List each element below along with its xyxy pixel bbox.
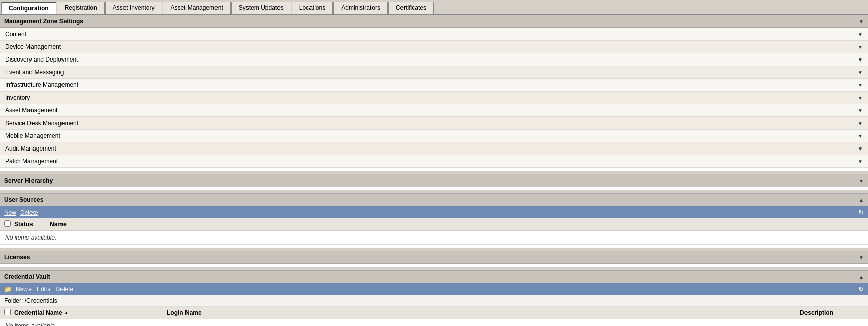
cred-no-items-message: No items available. bbox=[0, 319, 868, 326]
row-label: Content bbox=[5, 31, 26, 38]
new-button[interactable]: New bbox=[4, 209, 16, 216]
row-label: Discovery and Deployment bbox=[5, 56, 78, 63]
management-zone-chevron-icon: ▼ bbox=[859, 19, 864, 24]
server-hierarchy-header[interactable]: Server Hierarchy ▼ bbox=[0, 174, 868, 187]
edit-dropdown-arrow-icon: ▼ bbox=[47, 287, 52, 292]
toolbar-left: New Delete bbox=[4, 209, 38, 216]
cred-refresh-icon[interactable]: ↻ bbox=[858, 285, 864, 293]
management-zone-title: Management Zone Settings bbox=[4, 18, 83, 25]
list-item[interactable]: Service Desk Management ▼ bbox=[0, 117, 868, 130]
refresh-icon[interactable]: ↻ bbox=[858, 209, 864, 216]
row-chevron-icon: ▼ bbox=[858, 121, 863, 126]
row-label: Mobile Management bbox=[5, 132, 60, 139]
select-all-checkbox[interactable] bbox=[4, 220, 11, 227]
row-chevron-icon: ▼ bbox=[858, 108, 863, 113]
row-chevron-icon: ▼ bbox=[858, 44, 863, 50]
server-hierarchy-chevron-icon: ▼ bbox=[859, 178, 864, 184]
credential-name-column-header: Credential Name bbox=[14, 309, 63, 316]
row-chevron-icon: ▼ bbox=[858, 133, 863, 139]
row-chevron-icon: ▼ bbox=[858, 146, 863, 152]
list-item[interactable]: Asset Management ▼ bbox=[0, 104, 868, 117]
user-sources-section: User Sources ▲ New Delete ↻ Status Name … bbox=[0, 193, 868, 245]
tab-administrators[interactable]: Administrators bbox=[333, 2, 388, 14]
cred-edit-button[interactable]: Edit▼ bbox=[37, 286, 52, 293]
row-chevron-icon: ▼ bbox=[858, 57, 863, 63]
cred-new-label: New bbox=[16, 286, 28, 293]
list-item[interactable]: Audit Management ▼ bbox=[0, 142, 868, 155]
user-sources-toolbar: New Delete ↻ bbox=[0, 206, 868, 218]
status-column-header: Status bbox=[14, 221, 50, 228]
cred-table-header-row: Credential Name ▲ Login Name Description bbox=[0, 307, 868, 319]
server-hierarchy-section: Server Hierarchy ▼ bbox=[0, 174, 868, 187]
tab-registration[interactable]: Registration bbox=[57, 2, 105, 14]
list-item[interactable]: Device Management ▼ bbox=[0, 41, 868, 53]
dropdown-arrow-icon: ▼ bbox=[28, 287, 33, 292]
cred-delete-button[interactable]: Delete bbox=[56, 286, 74, 293]
credential-vault-header[interactable]: Credential Vault ▲ bbox=[0, 270, 868, 283]
row-label: Event and Messaging bbox=[5, 69, 64, 76]
management-zone-header[interactable]: Management Zone Settings ▼ bbox=[0, 15, 868, 28]
list-item[interactable]: Mobile Management ▼ bbox=[0, 130, 868, 142]
row-label: Patch Management bbox=[5, 158, 58, 165]
list-item[interactable]: Event and Messaging ▼ bbox=[0, 66, 868, 79]
tab-certificates[interactable]: Certificates bbox=[388, 2, 434, 14]
edit-btn-group: Edit▼ bbox=[37, 286, 52, 293]
list-item[interactable]: Discovery and Deployment ▼ bbox=[0, 53, 868, 66]
row-chevron-icon: ▼ bbox=[858, 70, 863, 75]
delete-button[interactable]: Delete bbox=[20, 209, 38, 216]
licenses-header[interactable]: Licenses ▼ bbox=[0, 251, 868, 264]
list-item[interactable]: Patch Management ▼ bbox=[0, 155, 868, 168]
credential-vault-toolbar: 📁 New▼ Edit▼ Delete ↻ bbox=[0, 283, 868, 295]
row-label: Service Desk Management bbox=[5, 120, 78, 127]
main-content: Management Zone Settings ▼ Content ▼ Dev… bbox=[0, 15, 868, 326]
credential-vault-title: Credential Vault bbox=[4, 273, 50, 280]
credential-vault-chevron-icon: ▲ bbox=[859, 274, 864, 280]
row-label: Inventory bbox=[5, 94, 30, 101]
folder-path: Folder: /Credentials bbox=[0, 295, 868, 307]
row-chevron-icon: ▼ bbox=[858, 159, 863, 164]
tab-bar: Configuration Registration Asset Invento… bbox=[0, 0, 868, 15]
tab-asset-management[interactable]: Asset Management bbox=[163, 2, 230, 14]
list-item[interactable]: Inventory ▼ bbox=[0, 92, 868, 104]
name-column-header: Name bbox=[50, 221, 864, 228]
list-item[interactable]: Content ▼ bbox=[0, 28, 868, 41]
licenses-section: Licenses ▼ bbox=[0, 251, 868, 264]
row-label: Infrastructure Management bbox=[5, 81, 78, 88]
no-items-message: No items available. bbox=[0, 231, 868, 245]
tab-system-updates[interactable]: System Updates bbox=[231, 2, 291, 14]
sort-arrow-icon[interactable]: ▲ bbox=[64, 310, 69, 315]
cred-toolbar-left: 📁 New▼ Edit▼ Delete bbox=[4, 286, 73, 293]
cred-edit-label: Edit bbox=[37, 286, 47, 293]
row-label: Asset Management bbox=[5, 107, 57, 114]
tab-asset-inventory[interactable]: Asset Inventory bbox=[105, 2, 163, 14]
user-sources-header[interactable]: User Sources ▲ bbox=[0, 193, 868, 206]
list-item[interactable]: Infrastructure Management ▼ bbox=[0, 79, 868, 92]
login-name-column-header: Login Name bbox=[167, 309, 500, 316]
cred-new-button[interactable]: New▼ bbox=[16, 286, 33, 293]
tab-configuration[interactable]: Configuration bbox=[1, 2, 56, 14]
row-label: Audit Management bbox=[5, 145, 56, 152]
licenses-title: Licenses bbox=[4, 254, 30, 261]
management-zone-section: Management Zone Settings ▼ Content ▼ Dev… bbox=[0, 15, 868, 168]
tab-locations[interactable]: Locations bbox=[292, 2, 333, 14]
credential-vault-section: Credential Vault ▲ 📁 New▼ Edit▼ Delete ↻… bbox=[0, 270, 868, 326]
row-chevron-icon: ▼ bbox=[858, 32, 863, 37]
cred-select-all-checkbox[interactable] bbox=[4, 309, 11, 315]
server-hierarchy-title: Server Hierarchy bbox=[4, 177, 53, 184]
user-sources-chevron-icon: ▲ bbox=[859, 197, 864, 203]
folder-icon: 📁 bbox=[4, 286, 12, 293]
row-label: Device Management bbox=[5, 43, 61, 50]
row-chevron-icon: ▼ bbox=[858, 82, 863, 88]
user-sources-title: User Sources bbox=[4, 196, 43, 203]
table-header-row: Status Name bbox=[0, 218, 868, 231]
row-chevron-icon: ▼ bbox=[858, 95, 863, 101]
description-column-header: Description bbox=[500, 309, 864, 316]
licenses-chevron-icon: ▼ bbox=[859, 255, 864, 260]
